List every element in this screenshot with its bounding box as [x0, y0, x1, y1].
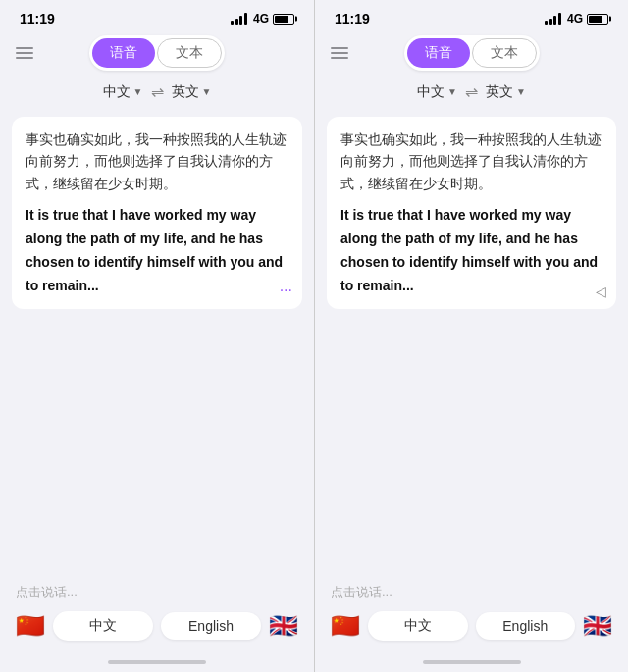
text-tab-left[interactable]: 文本 — [157, 38, 222, 68]
text-actions-left: ··· — [280, 282, 292, 299]
network-label-right: 4G — [567, 12, 583, 26]
translation-box-right: 事实也确实如此，我一种按照我的人生轨迹向前努力，而他则选择了自我认清你的方式，继… — [327, 117, 616, 309]
source-lang-right[interactable]: 中文 ▼ — [417, 83, 457, 101]
source-lang-left[interactable]: 中文 ▼ — [103, 83, 143, 101]
english-label-right: English — [502, 618, 548, 634]
english-option-left[interactable]: English — [161, 612, 261, 640]
signal-icon-left — [231, 13, 247, 25]
status-bar-right: 11:19 4G — [315, 0, 628, 31]
target-lang-arrow-left: ▼ — [202, 86, 212, 97]
voice-tab-left[interactable]: 语音 — [92, 38, 155, 68]
lang-selector-left: 中文 ▼ ⇌ 英文 ▼ — [0, 75, 314, 109]
english-label-left: English — [188, 618, 234, 634]
menu-icon-right[interactable] — [331, 47, 348, 59]
translated-text-right: It is true that I have worked my way alo… — [340, 204, 602, 297]
bottom-section-left: 点击说话... 🇨🇳 中文 English 🇬🇧 — [0, 576, 314, 652]
chinese-label-left: 中文 — [89, 617, 117, 635]
home-bar-right — [423, 660, 521, 664]
swap-icon-right[interactable]: ⇌ — [465, 82, 478, 101]
language-bar-right: 🇨🇳 中文 English 🇬🇧 — [331, 611, 612, 641]
network-label-left: 4G — [253, 12, 269, 26]
chinese-option-right[interactable]: 中文 — [368, 611, 468, 641]
bottom-section-right: 点击说话... 🇨🇳 中文 English 🇬🇧 — [315, 576, 628, 652]
battery-icon-left — [273, 14, 294, 25]
target-lang-left[interactable]: 英文 ▼ — [172, 83, 212, 101]
chinese-option-left[interactable]: 中文 — [53, 611, 153, 641]
main-content-right — [315, 317, 628, 576]
status-icons-right: 4G — [545, 12, 608, 26]
top-nav-right: 语音 文本 — [315, 31, 628, 75]
toggle-group-right: 语音 文本 — [404, 35, 540, 71]
top-nav-left: 语音 文本 — [0, 31, 314, 75]
target-lang-arrow-right: ▼ — [516, 86, 526, 97]
phone-left: 11:19 4G 语音 文本 中文 ▼ ⇌ — [0, 0, 314, 672]
hint-text-right: 点击说话... — [331, 584, 612, 601]
phone-right: 11:19 4G 语音 文本 中文 ▼ ⇌ — [314, 0, 628, 672]
lang-selector-right: 中文 ▼ ⇌ 英文 ▼ — [315, 75, 628, 109]
chinese-flag-left[interactable]: 🇨🇳 — [16, 612, 45, 640]
chinese-flag-right[interactable]: 🇨🇳 — [331, 612, 360, 640]
status-bar-left: 11:19 4G — [0, 0, 314, 31]
source-text-left: 事实也确实如此，我一种按照我的人生轨迹向前努力，而他则选择了自我认清你的方式，继… — [26, 129, 288, 194]
source-text-right: 事实也确实如此，我一种按照我的人生轨迹向前努力，而他则选择了自我认清你的方式，继… — [340, 129, 602, 194]
main-content-left — [0, 317, 314, 576]
english-flag-right[interactable]: 🇬🇧 — [583, 612, 612, 640]
toggle-group-left: 语音 文本 — [89, 35, 225, 71]
language-bar-left: 🇨🇳 中文 English 🇬🇧 — [16, 611, 298, 641]
home-bar-left — [108, 660, 206, 664]
status-time-left: 11:19 — [20, 11, 55, 26]
battery-icon-right — [587, 14, 608, 25]
signal-icon-right — [545, 13, 561, 25]
english-option-right[interactable]: English — [476, 612, 576, 640]
translated-text-left: It is true that I have worked my way alo… — [26, 204, 288, 297]
status-icons-left: 4G — [231, 12, 294, 26]
source-lang-arrow-right: ▼ — [447, 86, 457, 97]
target-lang-right[interactable]: 英文 ▼ — [486, 83, 526, 101]
text-actions-right: ◁ — [596, 284, 606, 299]
swap-icon-left[interactable]: ⇌ — [151, 82, 164, 101]
chinese-label-right: 中文 — [404, 617, 432, 635]
source-lang-arrow-left: ▼ — [133, 86, 143, 97]
text-tab-right[interactable]: 文本 — [472, 38, 537, 68]
more-options-icon-left[interactable]: ··· — [280, 282, 292, 299]
menu-icon-left[interactable] — [16, 47, 33, 59]
home-indicator-left — [0, 652, 314, 672]
translation-box-left: 事实也确实如此，我一种按照我的人生轨迹向前努力，而他则选择了自我认清你的方式，继… — [12, 117, 302, 309]
english-flag-left[interactable]: 🇬🇧 — [269, 612, 298, 640]
voice-tab-right[interactable]: 语音 — [407, 38, 470, 68]
hint-text-left: 点击说话... — [16, 584, 298, 601]
status-time-right: 11:19 — [335, 11, 370, 26]
home-indicator-right — [315, 652, 628, 672]
speaker-icon-right[interactable]: ◁ — [596, 284, 606, 299]
